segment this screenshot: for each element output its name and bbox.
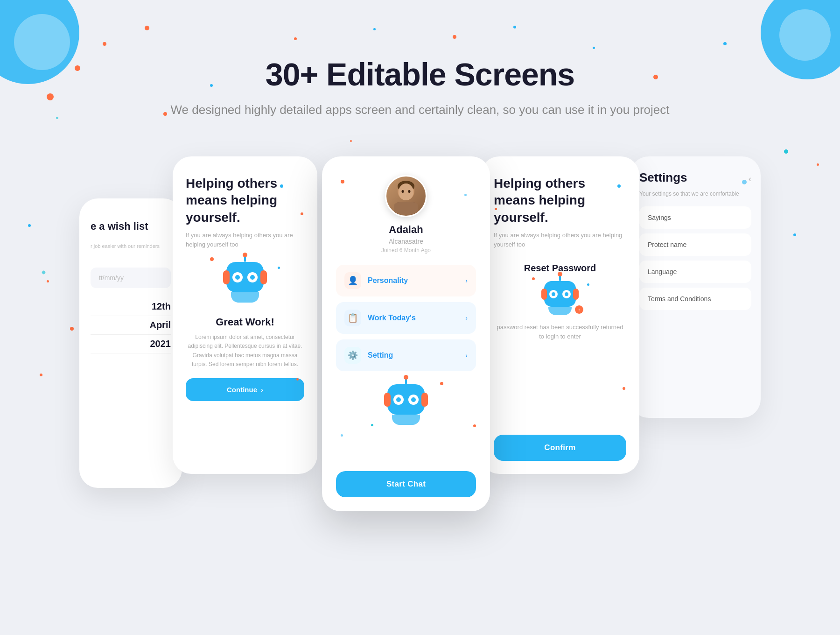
settings-card: Settings ‹ Your settings so that we are …	[630, 156, 761, 418]
personality-label: Personality	[368, 276, 465, 285]
setting-chevron: ›	[465, 352, 468, 359]
onboarding-right-subtitle: If you are always helping others you are…	[494, 231, 626, 249]
settings-item-language[interactable]: Language	[639, 261, 751, 283]
great-work-title: Great Work!	[186, 316, 304, 328]
great-work-text: Lorem ipsum dolor sit amet, consectetur …	[186, 333, 304, 369]
onboarding-right-title: Helping others means helping yourself.	[494, 175, 626, 226]
svg-point-3	[399, 183, 413, 200]
onboarding-right-card: Helping others means helping yourself. I…	[481, 156, 639, 474]
page-title: 30+ Editable Screens	[0, 56, 840, 92]
onboarding-left-title: Helping others means helping yourself.	[186, 175, 304, 226]
svg-point-5	[408, 190, 411, 193]
profile-name: Adalah	[389, 224, 423, 236]
settings-title: Settings	[639, 170, 687, 185]
date-row-month: April	[91, 316, 171, 335]
svg-point-4	[402, 190, 404, 193]
onboarding-left-subtitle: If you are always helping others you are…	[186, 231, 304, 249]
date-row-year: 2021	[91, 335, 171, 353]
avatar	[385, 175, 427, 217]
robot-illustration-center	[380, 384, 432, 426]
menu-item-personality[interactable]: 👤 Personality ›	[336, 265, 476, 296]
robot-illustration-reset: ↑	[494, 281, 626, 316]
date-card-subtitle: r job easier with our reminders	[91, 243, 171, 249]
robot-illustration-left	[186, 262, 304, 304]
setting-icon: ⚙️	[344, 347, 361, 364]
work-label: Work Today's	[368, 314, 465, 322]
reset-password-section: Reset Password ↑	[494, 263, 626, 348]
personality-chevron: ›	[465, 277, 468, 284]
continue-button[interactable]: Continue ›	[186, 378, 304, 401]
setting-label: Setting	[368, 351, 465, 360]
profile-username: Alcanasatre	[389, 238, 423, 245]
settings-subtitle: Your settings so that we are comfortable	[639, 190, 751, 197]
onboarding-left-card: Helping others means helping yourself. I…	[173, 156, 317, 474]
work-icon: 📋	[344, 310, 361, 326]
profile-joined: Joined 6 Month Ago	[381, 247, 431, 254]
page-header: 30+ Editable Screens We designed highly …	[0, 0, 840, 119]
confirm-button[interactable]: Confirm	[494, 435, 626, 461]
profile-card: Adalah Alcanasatre Joined 6 Month Ago 👤 …	[322, 156, 490, 511]
menu-item-work[interactable]: 📋 Work Today's ›	[336, 302, 476, 334]
reset-text: password reset has been successfully ret…	[494, 323, 626, 341]
cards-container: e a wish list r job easier with our remi…	[0, 156, 840, 511]
settings-item-protect-name[interactable]: Protect name	[639, 233, 751, 256]
date-row-day: 12th	[91, 297, 171, 316]
date-input[interactable]: tt/mm/yy	[91, 268, 171, 288]
settings-item-sayings[interactable]: Sayings	[639, 206, 751, 229]
menu-item-setting[interactable]: ⚙️ Setting ›	[336, 339, 476, 371]
date-picker-card: e a wish list r job easier with our remi…	[79, 198, 182, 488]
settings-item-terms[interactable]: Terms and Conditions	[639, 288, 751, 310]
start-chat-button[interactable]: Start Chat	[336, 471, 476, 497]
personality-icon: 👤	[344, 272, 361, 289]
work-chevron: ›	[465, 314, 468, 322]
date-card-title: e a wish list	[91, 217, 171, 234]
settings-collapse-icon[interactable]: ‹	[749, 174, 751, 184]
page-subtitle: We designed highly detailed apps screen …	[0, 101, 840, 119]
